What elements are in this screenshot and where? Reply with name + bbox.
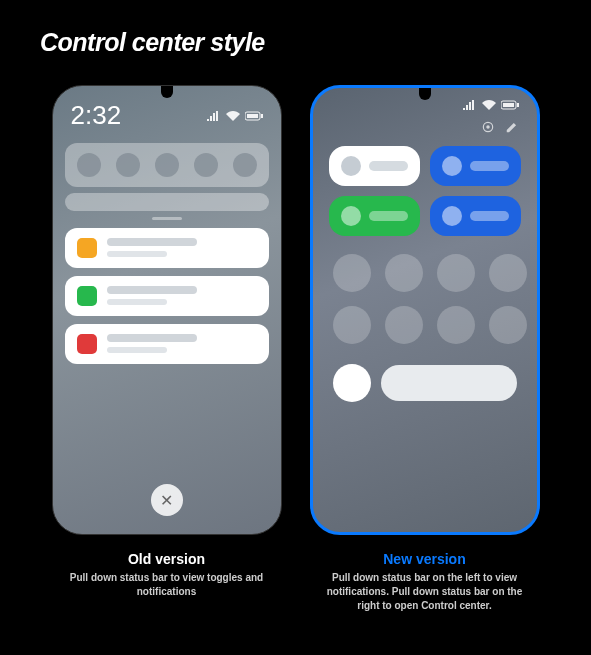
wifi-icon (482, 100, 496, 110)
phone-old-version: 2:32 (52, 85, 282, 535)
notification-text (107, 286, 257, 306)
caption-desc: Pull down status bar on the left to view… (310, 571, 540, 613)
tile-icon (442, 156, 462, 176)
caption-title: Old version (52, 551, 282, 567)
status-icons (463, 100, 519, 110)
tile-label (369, 161, 408, 171)
app-icon (77, 238, 97, 258)
control-tile[interactable] (430, 146, 521, 186)
edit-row (313, 116, 537, 138)
tile-icon (442, 206, 462, 226)
battery-icon (245, 111, 263, 121)
toggle-button[interactable] (489, 306, 527, 344)
svg-rect-5 (517, 103, 519, 107)
toggle-circle[interactable] (77, 153, 101, 177)
svg-rect-1 (247, 114, 258, 118)
drag-handle[interactable] (152, 217, 182, 220)
control-tile[interactable] (430, 196, 521, 236)
toggle-button[interactable] (385, 306, 423, 344)
wifi-icon (226, 111, 240, 121)
toggle-grid (313, 244, 537, 354)
caption-desc: Pull down status bar to view toggles and… (52, 571, 282, 599)
caption-new: New version Pull down status bar on the … (310, 551, 540, 613)
brightness-slider[interactable] (381, 365, 517, 401)
phone-new-version (310, 85, 540, 535)
svg-rect-2 (261, 114, 263, 118)
clock-text: 2:32 (71, 100, 122, 131)
notification-card[interactable] (65, 228, 269, 268)
signal-icon (463, 100, 477, 110)
toggle-button[interactable] (385, 254, 423, 292)
notification-card[interactable] (65, 324, 269, 364)
toggle-button[interactable] (333, 306, 371, 344)
control-tile[interactable] (329, 146, 420, 186)
svg-point-7 (486, 125, 490, 129)
toggle-circle[interactable] (116, 153, 140, 177)
close-icon: ✕ (160, 491, 173, 510)
toggle-circle[interactable] (194, 153, 218, 177)
toggle-circle[interactable] (155, 153, 179, 177)
edit-icon[interactable] (505, 120, 519, 134)
settings-icon[interactable] (481, 120, 495, 134)
toggle-button[interactable] (437, 254, 475, 292)
caption-old: Old version Pull down status bar to view… (52, 551, 282, 613)
battery-icon (501, 100, 519, 110)
slider-knob[interactable] (333, 364, 371, 402)
signal-icon (207, 111, 221, 121)
toggle-button[interactable] (333, 254, 371, 292)
brightness-row (313, 354, 537, 412)
tile-label (369, 211, 408, 221)
notification-text (107, 334, 257, 354)
notification-card[interactable] (65, 276, 269, 316)
control-tile-grid (313, 138, 537, 244)
control-tile[interactable] (329, 196, 420, 236)
phone-comparison: 2:32 (0, 85, 591, 535)
toggle-button[interactable] (437, 306, 475, 344)
toggle-circle[interactable] (233, 153, 257, 177)
toggle-button[interactable] (489, 254, 527, 292)
close-button[interactable]: ✕ (151, 484, 183, 516)
tile-icon (341, 156, 361, 176)
svg-rect-4 (503, 103, 514, 107)
captions-row: Old version Pull down status bar to view… (0, 551, 591, 613)
brightness-slider[interactable] (65, 193, 269, 211)
phone-notch (161, 86, 173, 98)
notification-text (107, 238, 257, 258)
app-icon (77, 286, 97, 306)
tile-label (470, 211, 509, 221)
status-icons (207, 111, 263, 121)
app-icon (77, 334, 97, 354)
tile-label (470, 161, 509, 171)
phone-notch (419, 88, 431, 100)
quick-toggle-row[interactable] (65, 143, 269, 187)
caption-title: New version (310, 551, 540, 567)
page-title: Control center style (0, 0, 591, 57)
tile-icon (341, 206, 361, 226)
